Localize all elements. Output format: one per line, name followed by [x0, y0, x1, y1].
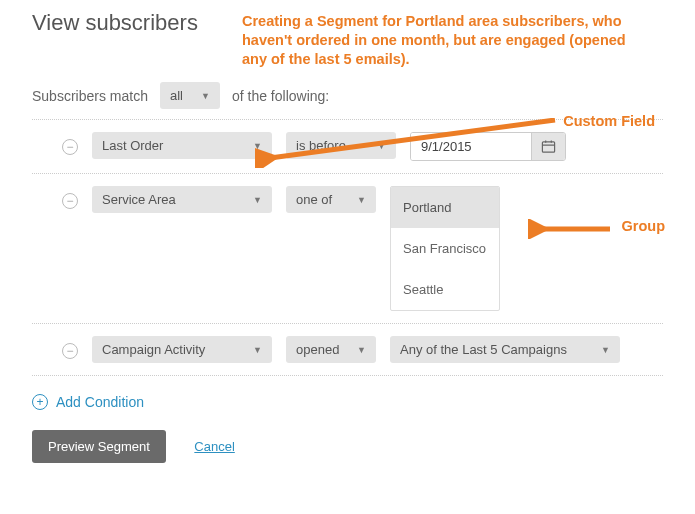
annotation-label-custom-field: Custom Field	[563, 113, 655, 129]
plus-circle-icon: +	[32, 394, 48, 410]
add-condition-link[interactable]: + Add Condition	[32, 394, 144, 410]
chevron-down-icon: ▼	[601, 345, 610, 355]
field-select-last-order[interactable]: Last Order ▼	[92, 132, 272, 159]
condition-row: − Campaign Activity ▼ opened ▼ Any of th…	[32, 324, 663, 375]
footer-actions: Preview Segment Cancel	[32, 410, 663, 463]
cancel-link[interactable]: Cancel	[194, 439, 234, 454]
chevron-down-icon: ▼	[253, 345, 262, 355]
field-label: Campaign Activity	[102, 342, 205, 357]
value-select-campaigns[interactable]: Any of the Last 5 Campaigns ▼	[390, 336, 620, 363]
operator-label: opened	[296, 342, 339, 357]
option-list: Portland San Francisco Seattle	[390, 186, 500, 311]
chevron-down-icon: ▼	[253, 141, 262, 151]
preview-segment-button[interactable]: Preview Segment	[32, 430, 166, 463]
field-select-campaign-activity[interactable]: Campaign Activity ▼	[92, 336, 272, 363]
chevron-down-icon: ▼	[357, 345, 366, 355]
operator-select-is-before[interactable]: is before ▼	[286, 132, 396, 159]
separator	[32, 375, 663, 376]
option-seattle[interactable]: Seattle	[391, 269, 499, 310]
remove-condition-button[interactable]: −	[62, 139, 78, 155]
option-san-francisco[interactable]: San Francisco	[391, 228, 499, 269]
match-row: Subscribers match all ▼ of the following…	[32, 82, 663, 109]
chevron-down-icon: ▼	[377, 141, 386, 151]
chevron-down-icon: ▼	[201, 91, 210, 101]
operator-label: one of	[296, 192, 332, 207]
operator-select-opened[interactable]: opened ▼	[286, 336, 376, 363]
calendar-icon	[541, 139, 556, 154]
annotation-label-group: Group	[622, 218, 666, 234]
date-input-wrapper	[410, 132, 566, 161]
annotation-text: Creating a Segment for Portland area sub…	[242, 12, 642, 69]
field-select-service-area[interactable]: Service Area ▼	[92, 186, 272, 213]
add-condition-label: Add Condition	[56, 394, 144, 410]
value-label: Any of the Last 5 Campaigns	[400, 342, 567, 357]
field-label: Service Area	[102, 192, 176, 207]
chevron-down-icon: ▼	[253, 195, 262, 205]
option-portland[interactable]: Portland	[391, 187, 499, 228]
calendar-button[interactable]	[531, 133, 565, 160]
match-mode-select[interactable]: all ▼	[160, 82, 220, 109]
condition-row: − Service Area ▼ one of ▼ Portland San F…	[32, 174, 663, 323]
match-suffix: of the following:	[232, 88, 329, 104]
add-condition-row: + Add Condition	[32, 394, 663, 410]
svg-rect-0	[542, 142, 554, 152]
remove-condition-button[interactable]: −	[62, 193, 78, 209]
match-mode-label: all	[170, 88, 183, 103]
date-input[interactable]	[411, 133, 531, 160]
field-label: Last Order	[102, 138, 163, 153]
chevron-down-icon: ▼	[357, 195, 366, 205]
remove-condition-button[interactable]: −	[62, 343, 78, 359]
match-prefix: Subscribers match	[32, 88, 148, 104]
operator-label: is before	[296, 138, 346, 153]
operator-select-one-of[interactable]: one of ▼	[286, 186, 376, 213]
